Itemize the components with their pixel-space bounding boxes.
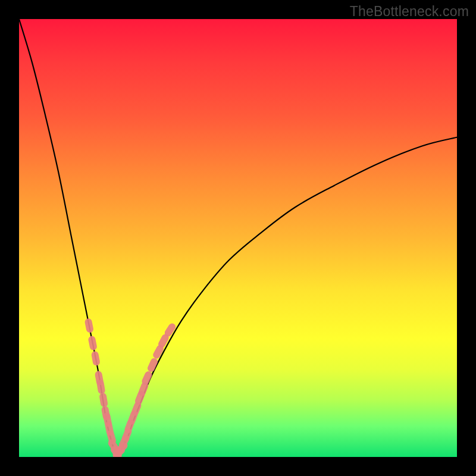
sample-marker <box>99 392 108 408</box>
sample-marker <box>84 318 94 333</box>
sample-markers-group <box>84 318 177 457</box>
sample-marker <box>87 336 97 351</box>
bottleneck-curve <box>19 19 457 454</box>
sample-marker <box>91 351 101 367</box>
chart-frame: TheBottleneck.com <box>0 0 476 476</box>
watermark-text: TheBottleneck.com <box>350 4 469 20</box>
plot-area <box>19 19 457 457</box>
bottleneck-chart-svg <box>19 19 457 457</box>
sample-marker <box>96 379 106 394</box>
